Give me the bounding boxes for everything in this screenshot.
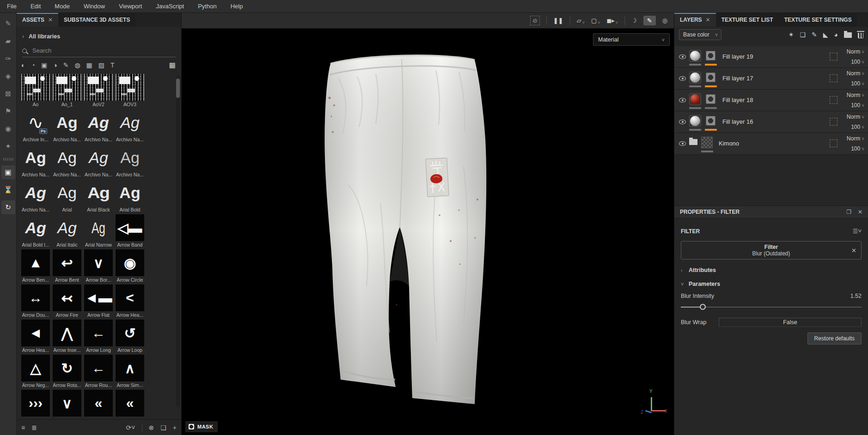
assets-scrollbar[interactable] bbox=[176, 76, 180, 407]
opacity-dropdown[interactable]: 100˅ bbox=[851, 80, 864, 87]
asset-tile[interactable]: AgArial Black bbox=[84, 179, 113, 212]
tab-texture-set-list[interactable]: TEXTURE SET LIST bbox=[716, 13, 779, 27]
visibility-eye-icon[interactable] bbox=[679, 98, 686, 103]
menu-item-help[interactable]: Help bbox=[224, 0, 250, 13]
asset-tile[interactable]: ◄▬Arrow Flat bbox=[84, 284, 113, 318]
opacity-dropdown[interactable]: 100˅ bbox=[851, 59, 864, 65]
asset-thumbnail-font[interactable]: Ag bbox=[53, 144, 81, 171]
asset-thumbnail-texture[interactable] bbox=[116, 74, 144, 101]
axis-gizmo[interactable]: Y X Z bbox=[637, 389, 666, 417]
asset-tile[interactable]: AgArial Bold bbox=[116, 179, 144, 212]
asset-tile[interactable]: <Arrow Hea... bbox=[116, 284, 144, 318]
asset-thumbnail-alpha[interactable]: ↻ bbox=[53, 355, 81, 381]
search-input[interactable] bbox=[32, 47, 143, 54]
popout-icon[interactable]: ❐ bbox=[846, 209, 851, 215]
layer-row[interactable]: Fill layer 19Norm˅100˅ bbox=[674, 46, 868, 68]
asset-tile[interactable]: ◄Arrow Hea... bbox=[21, 320, 50, 353]
projection-tool-icon[interactable]: ✑ bbox=[1, 52, 15, 66]
isolate-selection-icon[interactable]: ⊘ bbox=[530, 16, 540, 25]
clear-filters-icon[interactable]: ⊗ bbox=[149, 424, 154, 431]
layer-row[interactable]: KimonoNorm˅100˅ bbox=[674, 133, 868, 155]
filter-slot[interactable]: Filter Blur (Outdated) ✕ bbox=[681, 241, 862, 260]
asset-tile[interactable]: AgArial Narrow bbox=[84, 214, 113, 248]
perspective-view-icon[interactable]: ▱˅ bbox=[577, 17, 585, 25]
camera-icon[interactable]: ◼▸˅ bbox=[607, 17, 618, 25]
asset-thumbnail-alpha[interactable]: ⋀ bbox=[53, 320, 81, 346]
asset-tile[interactable]: ↺Arrow Loop bbox=[116, 320, 144, 353]
asset-thumbnail-alpha[interactable]: ››› bbox=[21, 390, 50, 417]
layer-thumbnail[interactable] bbox=[689, 115, 701, 127]
asset-thumbnail-texture[interactable] bbox=[53, 74, 81, 101]
add-fill-icon[interactable]: ◣ bbox=[823, 31, 828, 38]
tab-layers[interactable]: LAYERS ✕ bbox=[674, 13, 716, 27]
smart-selection-tool-icon[interactable]: ⊠ bbox=[1, 87, 15, 101]
asset-tile[interactable]: AgArchivo Na... bbox=[53, 144, 81, 177]
import-resources-icon[interactable]: ≣ bbox=[31, 424, 37, 431]
asset-tile[interactable]: AgArchivo Na... bbox=[84, 109, 113, 142]
asset-tile[interactable]: AgArchivo Na... bbox=[21, 144, 50, 177]
asset-thumbnail-brush[interactable]: ∿Ps bbox=[21, 109, 50, 136]
filter-filters-icon[interactable]: ◑ bbox=[53, 61, 57, 69]
paint-tool-icon[interactable]: ✎ bbox=[1, 17, 15, 30]
geometry-mask-icon[interactable] bbox=[830, 53, 837, 60]
asset-thumbnail-alpha[interactable]: ∧ bbox=[116, 355, 144, 381]
opacity-dropdown[interactable]: 100˅ bbox=[851, 102, 864, 109]
mask-thumbnail[interactable] bbox=[706, 116, 715, 126]
asset-tile[interactable]: ⋀Arrow Inse... bbox=[53, 320, 81, 353]
asset-thumbnail-font[interactable]: Ag bbox=[21, 179, 50, 206]
asset-tile[interactable]: AgArial Bold I... bbox=[21, 214, 50, 248]
geometry-mask-icon[interactable] bbox=[830, 96, 837, 104]
delete-layer-icon[interactable] bbox=[858, 33, 863, 38]
asset-thumbnail-alpha[interactable]: ↺ bbox=[116, 320, 144, 346]
asset-thumbnail-font[interactable]: Ag bbox=[53, 214, 81, 241]
asset-tile[interactable]: AOV3 bbox=[116, 74, 144, 107]
asset-tile[interactable]: AgArchivo Na... bbox=[53, 109, 81, 142]
asset-thumbnail-alpha[interactable]: ∨ bbox=[53, 390, 81, 417]
asset-tile[interactable]: ▲Arrow Ben... bbox=[21, 249, 50, 283]
attributes-group[interactable]: › Attributes bbox=[681, 267, 862, 273]
quick-mask-tool-icon[interactable]: ⚑ bbox=[1, 104, 15, 118]
refresh-shelf-icon[interactable]: ⟳˅ bbox=[126, 424, 135, 431]
asset-thumbnail-alpha[interactable]: ↢ bbox=[53, 284, 81, 311]
blend-mode-dropdown[interactable]: Norm˅ bbox=[847, 135, 864, 142]
asset-thumbnail-font[interactable]: Ag bbox=[88, 214, 109, 241]
asset-tile[interactable]: ◁▬Arrow Band bbox=[116, 214, 144, 248]
asset-tile[interactable]: ››› bbox=[21, 390, 50, 417]
asset-thumbnail-alpha[interactable]: △ bbox=[21, 355, 50, 381]
remove-filter-icon[interactable]: ✕ bbox=[851, 247, 856, 254]
visibility-eye-icon[interactable] bbox=[679, 120, 686, 124]
asset-tile[interactable]: Ao_1 bbox=[53, 74, 81, 107]
menu-item-viewport[interactable]: Viewport bbox=[112, 0, 149, 13]
asset-tile[interactable]: ↔Arrow Dou... bbox=[21, 284, 50, 318]
layer-thumbnail[interactable] bbox=[689, 50, 701, 62]
asset-tile[interactable]: AgArial bbox=[53, 179, 81, 212]
mesh-display-icon[interactable]: ▢˅ bbox=[591, 17, 600, 25]
model-pants[interactable] bbox=[320, 46, 491, 416]
material-picker-tool-icon[interactable]: ✦ bbox=[1, 139, 15, 153]
blend-mode-dropdown[interactable]: Norm˅ bbox=[847, 48, 864, 55]
layer-thumbnail[interactable] bbox=[689, 72, 701, 84]
library-row[interactable]: › All libraries bbox=[17, 30, 181, 43]
asset-thumbnail-alpha[interactable]: < bbox=[116, 284, 144, 311]
blend-mode-dropdown[interactable]: Norm˅ bbox=[847, 92, 864, 98]
asset-tile[interactable]: ↻Arrow Rota... bbox=[53, 355, 81, 388]
close-icon[interactable]: ✕ bbox=[858, 209, 862, 215]
asset-thumbnail-font[interactable]: Ag bbox=[83, 179, 114, 206]
geometry-mask-icon[interactable] bbox=[830, 139, 837, 147]
paint-mode-icon[interactable]: ✎ bbox=[643, 16, 656, 25]
layer-thumbnail[interactable] bbox=[689, 93, 701, 105]
layer-row[interactable]: Fill layer 16Norm˅100˅ bbox=[674, 111, 868, 133]
group-thumbnail[interactable] bbox=[701, 137, 713, 148]
opacity-dropdown[interactable]: 100˅ bbox=[851, 145, 864, 152]
tab-assets[interactable]: ASSETS ✕ bbox=[17, 13, 58, 27]
section-menu-icon[interactable]: ☰˅ bbox=[853, 228, 862, 235]
asset-tile[interactable]: « bbox=[84, 390, 113, 417]
add-fill-layer-icon[interactable]: ❏ bbox=[800, 31, 806, 38]
asset-thumbnail-alpha[interactable]: ◄▬ bbox=[84, 284, 113, 311]
scrollbar-handle[interactable] bbox=[176, 79, 180, 98]
new-resource-icon[interactable]: ❏ bbox=[160, 424, 166, 431]
resources-updater-icon[interactable]: ↻ bbox=[1, 200, 15, 214]
asset-thumbnail-font[interactable]: Ag bbox=[84, 109, 113, 136]
menu-item-window[interactable]: Window bbox=[77, 0, 112, 13]
menu-item-mode[interactable]: Mode bbox=[48, 0, 77, 13]
